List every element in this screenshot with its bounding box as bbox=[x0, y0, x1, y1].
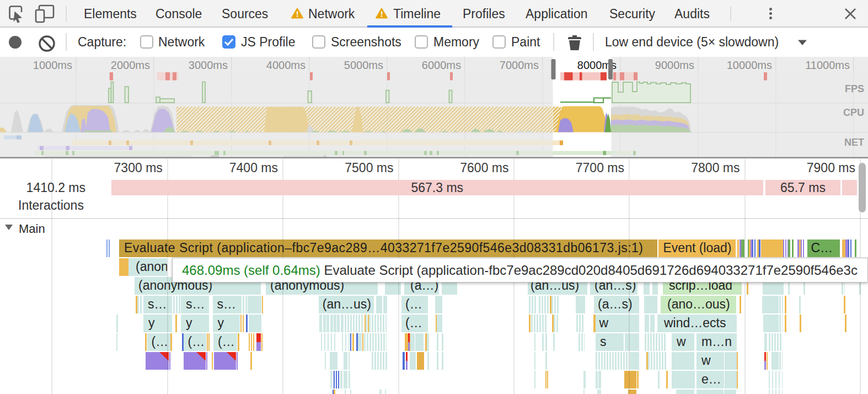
svg-text:10000ms: 10000ms bbox=[727, 59, 772, 71]
svg-text:CPU: CPU bbox=[843, 107, 864, 118]
svg-text:FPS: FPS bbox=[845, 83, 864, 94]
svg-text:3000ms: 3000ms bbox=[189, 59, 228, 71]
svg-text:5000ms: 5000ms bbox=[344, 59, 383, 71]
svg-text:4000ms: 4000ms bbox=[266, 59, 306, 71]
svg-text:NET: NET bbox=[844, 137, 864, 148]
svg-text:2000ms: 2000ms bbox=[111, 59, 150, 71]
svg-text:11000ms: 11000ms bbox=[805, 59, 850, 71]
svg-text:1000ms: 1000ms bbox=[33, 59, 72, 71]
svg-text:6000ms: 6000ms bbox=[422, 59, 461, 71]
svg-text:9000ms: 9000ms bbox=[655, 59, 694, 71]
svg-text:7000ms: 7000ms bbox=[500, 59, 539, 71]
